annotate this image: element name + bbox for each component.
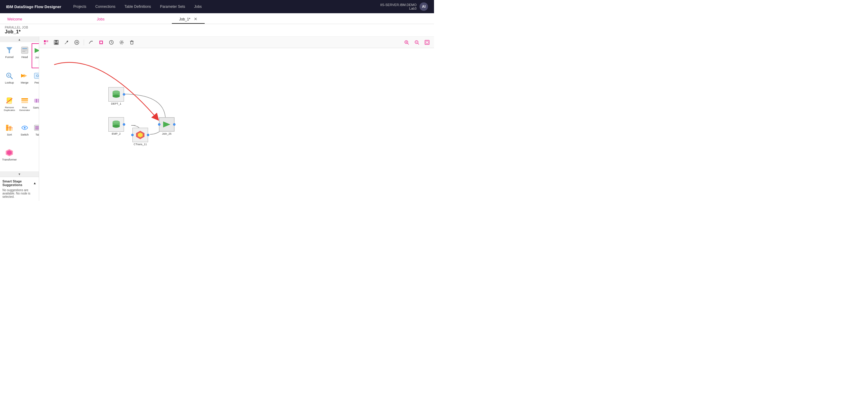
svg-rect-47 (100, 41, 102, 43)
settings-btn[interactable] (62, 38, 71, 46)
link-mode-btn[interactable] (86, 38, 95, 46)
tab-jobs[interactable]: Jobs (90, 17, 112, 24)
delete-btn[interactable] (127, 38, 136, 46)
head-label: Head (21, 56, 28, 59)
tab-close-icon[interactable]: ✕ (194, 16, 197, 21)
palette-peek[interactable]: Peek (32, 69, 39, 93)
transformer-icon (4, 148, 14, 158)
tab-job1[interactable]: Job_1* ✕ (172, 16, 205, 24)
toolbar-separator-1 (84, 39, 84, 45)
palette-row-generator[interactable]: Row Generator (18, 94, 31, 121)
palette-sample[interactable]: Sample (32, 94, 39, 121)
svg-line-45 (89, 41, 91, 43)
canvas-area[interactable]: DEPT_1 EMP_2 (39, 48, 434, 201)
nav-parameter-sets[interactable]: Parameter Sets (160, 4, 185, 9)
job-header: PARALLEL JOB Job_1* (0, 24, 434, 37)
svg-rect-19 (21, 100, 28, 101)
scroll-up-btn[interactable]: ▲ (0, 37, 39, 42)
tab-welcome[interactable]: Welcome (0, 17, 30, 24)
svg-point-70 (113, 95, 120, 98)
fit-view-btn[interactable] (423, 38, 432, 46)
run-btn[interactable] (72, 38, 81, 46)
svg-rect-40 (55, 42, 58, 44)
tail-icon (33, 123, 39, 133)
schedule-btn[interactable] (107, 38, 116, 46)
peek-icon (33, 71, 39, 80)
clock-icon (109, 40, 114, 45)
zoom-in-btn[interactable] (402, 38, 411, 46)
svg-marker-78 (163, 122, 170, 128)
zoom-out-btn[interactable] (412, 38, 421, 46)
container-btn[interactable] (97, 38, 106, 46)
merge-icon (20, 71, 30, 80)
emp2-box[interactable] (108, 117, 124, 132)
palette-lookup[interactable]: Lookup (1, 69, 18, 93)
svg-point-51 (121, 41, 123, 43)
row-generator-label: Row Generator (19, 106, 30, 111)
join25-box[interactable] (159, 117, 175, 132)
left-palette: ▲ Funnel (0, 37, 39, 201)
svg-rect-35 (44, 40, 46, 42)
top-nav: IBM DataStage Flow Designer Projects Con… (0, 0, 434, 13)
scroll-down-btn[interactable]: ▼ (0, 171, 39, 177)
dept1-label: DEPT_1 (111, 102, 121, 105)
palette-switch[interactable]: Switch (18, 121, 31, 145)
node-emp2[interactable]: EMP_2 (108, 117, 124, 135)
dept1-port-right (123, 93, 125, 96)
save-icon (54, 40, 59, 45)
nav-jobs[interactable]: Jobs (194, 4, 202, 9)
palette-merge[interactable]: Merge (18, 69, 31, 93)
stage-palette-icon (44, 40, 49, 45)
nav-table-definitions[interactable]: Table Definitions (125, 4, 151, 9)
svg-line-57 (407, 43, 409, 44)
nav-projects[interactable]: Projects (73, 4, 86, 9)
svg-point-75 (113, 121, 120, 124)
head-icon (20, 45, 30, 55)
user-avatar[interactable]: AI (420, 2, 428, 11)
node-ctrans11[interactable]: CTrans_11 (132, 128, 148, 146)
dept1-box[interactable] (108, 87, 124, 102)
svg-line-7 (10, 77, 12, 79)
smart-stage-collapse-icon[interactable]: ▲ (33, 181, 36, 185)
tail-label: Tail (35, 133, 39, 136)
trash-icon (129, 40, 134, 45)
palette-remove-duplicates[interactable]: Remove Duplicates (1, 94, 18, 121)
palette-sort[interactable]: Sort (1, 121, 18, 145)
palette-join[interactable]: Join (32, 43, 39, 68)
join25-label: Join_25 (162, 132, 172, 135)
join-icon (33, 46, 39, 55)
join-label: Join (35, 56, 39, 59)
link-icon (89, 40, 93, 45)
wrench-icon (64, 40, 69, 45)
stage-palette-btn[interactable] (41, 38, 51, 46)
ctrans11-label: CTrans_11 (134, 143, 147, 146)
smart-stage-section: Smart Stage Suggestions ▲ No suggestions… (0, 177, 39, 201)
node-dept1[interactable]: DEPT_1 (108, 87, 124, 105)
svg-rect-1 (21, 47, 28, 54)
job-type: PARALLEL JOB (5, 26, 429, 29)
toolbar-right (402, 38, 432, 46)
svg-point-41 (75, 40, 79, 44)
svg-rect-36 (46, 40, 48, 42)
node-join25[interactable]: Join_25 (159, 117, 175, 135)
properties-btn[interactable] (117, 38, 126, 46)
svg-point-71 (113, 91, 120, 94)
svg-marker-0 (6, 47, 12, 53)
funnel-label: Funnel (5, 56, 14, 59)
ctrans11-port-left (131, 134, 134, 136)
gear-icon (119, 40, 124, 45)
save-btn[interactable] (52, 38, 61, 46)
transformer-label: Transformer (2, 158, 17, 161)
smart-stage-header: Smart Stage Suggestions ▲ (2, 179, 36, 187)
remove-duplicates-label: Remove Duplicates (2, 106, 17, 111)
palette-head[interactable]: Head (18, 43, 31, 68)
funnel-icon (4, 45, 14, 55)
red-arrow-overlay (39, 48, 434, 201)
ctrans11-box[interactable] (132, 128, 148, 142)
palette-funnel[interactable]: Funnel (1, 43, 18, 68)
palette-tail[interactable]: Tail (32, 121, 39, 145)
canvas-connections (39, 48, 434, 201)
palette-transformer[interactable]: Transformer (1, 146, 18, 170)
zoom-out-icon (414, 40, 419, 45)
nav-connections[interactable]: Connections (95, 4, 116, 9)
